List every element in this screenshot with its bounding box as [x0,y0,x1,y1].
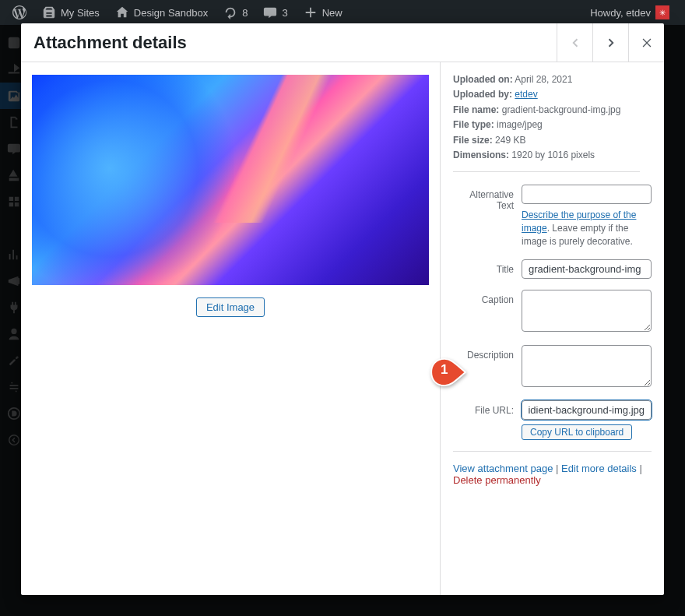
comments-icon [263,5,277,19]
comments-link[interactable]: 3 [257,0,293,25]
updates-icon [223,5,237,19]
modal-nav [557,23,664,62]
attachment-image [32,75,429,285]
my-sites-link[interactable]: My Sites [36,0,106,25]
dimensions-value: 1920 by 1016 pixels [511,150,595,160]
description-row: Description [453,345,652,389]
modal-title: Attachment details [33,33,187,53]
chevron-left-icon [568,36,582,50]
close-button[interactable] [628,23,664,62]
caption-row: Caption [453,290,652,334]
edit-more-link[interactable]: Edit more details [561,463,637,474]
file-type-value: image/jpeg [497,119,543,130]
uploaded-on-value: April 28, 2021 [515,74,572,85]
media-preview-pane: Edit Image [21,62,441,595]
admin-bar-right: Howdy, etdev ✳ [584,0,679,25]
title-input[interactable] [522,259,652,279]
title-row: Title [453,259,652,279]
copy-url-button[interactable]: Copy URL to clipboard [522,424,632,440]
avatar: ✳ [655,5,669,19]
view-attachment-link[interactable]: View attachment page [453,463,553,474]
site-name-link[interactable]: Design Sandbox [109,0,214,25]
alt-text-label: Alternative Text [453,185,522,211]
wordpress-icon [12,5,26,19]
howdy-text: Howdy, etdev [590,7,651,19]
sites-icon [42,5,56,19]
chevron-right-icon [604,36,618,50]
updates-count: 8 [242,7,248,19]
file-name-label: File name: [453,104,499,115]
file-url-row: File URL: Copy URL to clipboard [453,400,652,440]
file-url-input[interactable] [522,400,652,420]
plus-icon [304,5,318,19]
file-size-value: 249 KB [495,135,525,146]
caption-label: Caption [453,290,522,305]
updates-link[interactable]: 8 [217,0,254,25]
file-details: Uploaded on: April 28, 2021 Uploaded by:… [453,73,640,172]
dimensions-label: Dimensions: [453,150,509,160]
next-button[interactable] [592,23,628,62]
title-label: Title [453,259,522,275]
new-link[interactable]: New [297,0,349,25]
attachment-details-modal: Attachment details Edit Image Uploaded o… [21,23,664,595]
howdy-link[interactable]: Howdy, etdev ✳ [584,0,676,25]
caption-input[interactable] [522,290,652,332]
file-name-value: gradient-background-img.jpg [502,104,621,115]
alt-text-help: Describe the purpose of the image. Leave… [522,209,652,248]
modal-header: Attachment details [21,23,664,62]
edit-image-button[interactable]: Edit Image [196,297,265,317]
uploaded-on-label: Uploaded on: [453,74,513,85]
prev-button[interactable] [557,23,592,62]
delete-permanently-link[interactable]: Delete permanently [453,474,541,486]
uploaded-by-label: Uploaded by: [453,89,512,100]
alt-text-input[interactable] [522,185,652,204]
file-url-label: File URL: [453,400,522,416]
admin-bar-left: My Sites Design Sandbox 8 3 New [6,0,349,25]
comments-count: 3 [282,7,287,19]
wp-logo[interactable] [6,0,33,25]
site-name-label: Design Sandbox [134,7,208,19]
file-size-label: File size: [453,135,493,146]
close-icon [640,36,654,50]
home-icon [115,5,129,19]
my-sites-label: My Sites [61,7,100,19]
new-label: New [322,7,342,19]
uploaded-by-link[interactable]: etdev [515,89,537,100]
alt-text-row: Alternative Text Describe the purpose of… [453,185,652,248]
admin-bar: My Sites Design Sandbox 8 3 New [0,0,685,25]
description-input[interactable] [522,345,652,387]
attachment-actions: View attachment page | Edit more details… [453,451,652,486]
file-type-label: File type: [453,119,494,130]
media-details-pane: Uploaded on: April 28, 2021 Uploaded by:… [441,62,664,595]
modal-body: Edit Image Uploaded on: April 28, 2021 U… [21,62,664,595]
description-label: Description [453,345,522,361]
